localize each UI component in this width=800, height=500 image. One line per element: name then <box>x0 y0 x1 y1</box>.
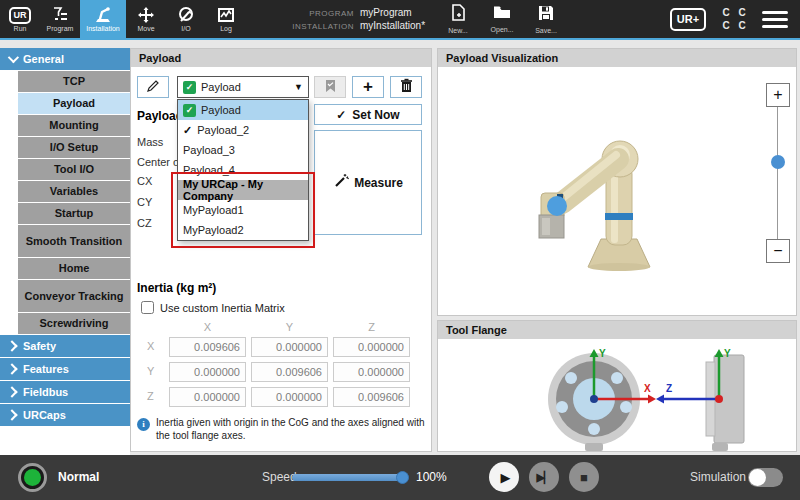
speed-slider-handle[interactable] <box>396 471 409 484</box>
zoom-slider-handle[interactable] <box>771 155 785 169</box>
matrix-row-header-y: Y <box>147 365 161 377</box>
payload-select-dropdown[interactable]: ✓ Payload ▼ <box>177 76 309 98</box>
initial-letter: C <box>720 20 732 32</box>
sidebar-item-payload[interactable]: Payload <box>18 93 130 114</box>
stop-button[interactable]: ■ <box>569 462 599 492</box>
play-button[interactable]: ▶ <box>489 462 519 492</box>
sidebar-item-variables[interactable]: Variables <box>18 181 130 202</box>
section-general-label: General <box>23 53 64 65</box>
matrix-row-header-z: Z <box>147 390 161 402</box>
measure-label: Measure <box>354 176 403 190</box>
sidebar-item-smooth-transition[interactable]: Smooth Transition <box>18 225 130 257</box>
delete-payload-button[interactable] <box>390 76 422 98</box>
pencil-icon <box>146 79 160 96</box>
zoom-in-button[interactable]: + <box>766 83 790 107</box>
tool-flange-title: Tool Flange <box>446 324 507 336</box>
sidebar-section-features[interactable]: Features <box>0 358 130 380</box>
sidebar-item-startup[interactable]: Startup <box>18 203 130 224</box>
set-now-button[interactable]: ✓ Set Now <box>314 104 422 125</box>
option-label: Payload <box>201 104 241 116</box>
dropdown-option-payload-3[interactable]: Payload_3 <box>178 140 308 160</box>
sidebar-item-conveyor-tracking[interactable]: Conveyor Tracking <box>18 280 130 312</box>
installation-label: INSTALLATION <box>276 22 354 31</box>
inertia-cell-yy[interactable]: 0.009606 <box>251 362 328 382</box>
new-button-label: New... <box>448 27 467 34</box>
option-label: Payload_4 <box>183 164 235 176</box>
new-button[interactable]: New... <box>439 4 477 34</box>
side-z-axis-label: Z <box>666 383 672 394</box>
option-label: Payload_3 <box>183 144 235 156</box>
option-label: Payload_2 <box>197 124 249 136</box>
new-file-icon <box>451 4 466 25</box>
inertia-cell-zz[interactable]: 0.009606 <box>333 387 410 407</box>
sidebar-item-tool-io[interactable]: Tool I/O <box>18 159 130 180</box>
tab-move[interactable]: Move <box>126 0 166 38</box>
toggle-knob <box>749 469 766 486</box>
tab-installation[interactable]: Installation <box>80 0 126 38</box>
dropdown-option-mypayload1[interactable]: MyPayload1 <box>178 200 308 220</box>
step-button[interactable]: ▶▏ <box>529 462 559 492</box>
zoom-out-button[interactable]: − <box>766 239 790 263</box>
add-payload-button[interactable]: + <box>352 76 384 98</box>
status-green-dot <box>24 469 41 486</box>
inertia-cell-xz[interactable]: 0.000000 <box>333 337 410 357</box>
tab-program-label: Program <box>47 25 74 32</box>
sidebar-item-home[interactable]: Home <box>18 258 130 279</box>
robot-status-indicator[interactable] <box>18 463 47 492</box>
payload-panel: Payload ✓ Payload ▼ + Payload Mass Cente… <box>130 48 432 452</box>
payload-combo-value: Payload <box>201 81 289 93</box>
tab-log[interactable]: Log <box>206 0 246 38</box>
simulation-label: Simulation <box>690 470 746 484</box>
simulation-toggle[interactable] <box>748 468 783 487</box>
check-icon: ✓ <box>336 108 346 122</box>
speed-slider-track[interactable] <box>292 474 404 481</box>
tab-io[interactable]: I/O <box>166 0 206 38</box>
sidebar-section-urcaps[interactable]: URCaps <box>0 404 130 426</box>
zoom-slider-track[interactable] <box>777 107 778 239</box>
dropdown-option-mypayload2[interactable]: MyPayload2 <box>178 220 308 240</box>
sidebar-section-safety[interactable]: Safety <box>0 335 130 357</box>
inertia-cell-yz[interactable]: 0.000000 <box>333 362 410 382</box>
tab-log-label: Log <box>220 25 232 32</box>
urplus-logo[interactable]: UR+ <box>670 8 706 31</box>
dropdown-option-payload[interactable]: ✓ Payload <box>178 100 308 120</box>
open-button[interactable]: Open... <box>483 5 521 33</box>
tab-run[interactable]: UR Run <box>0 0 40 38</box>
inertia-cell-zx[interactable]: 0.000000 <box>169 387 246 407</box>
inertia-cell-xx[interactable]: 0.009606 <box>169 337 246 357</box>
sidebar-item-screwdriving[interactable]: Screwdriving <box>18 313 130 334</box>
matrix-col-header-x: X <box>169 321 246 333</box>
rename-payload-button[interactable] <box>137 76 169 98</box>
open-button-label: Open... <box>491 26 514 33</box>
matrix-row-header-x: X <box>147 340 161 352</box>
installation-name: myInstallation* <box>360 20 425 31</box>
inertia-note: i Inertia given with origin in the CoG a… <box>137 417 429 442</box>
inertia-cell-yx[interactable]: 0.000000 <box>169 362 246 382</box>
tool-flange-diagram: Y X Y Z <box>438 339 796 451</box>
installation-robot-icon <box>93 6 113 24</box>
sidebar-section-fieldbus[interactable]: Fieldbus <box>0 381 130 403</box>
robot-arm-visualization[interactable] <box>438 67 796 316</box>
use-custom-inertia-checkbox[interactable] <box>141 301 154 314</box>
tab-program[interactable]: Program <box>40 0 80 38</box>
bookmark-payload-button[interactable] <box>314 76 346 98</box>
measure-button[interactable]: Measure <box>314 130 422 235</box>
tab-io-label: I/O <box>181 25 190 32</box>
sidebar-item-mounting[interactable]: Mounting <box>18 115 130 136</box>
front-x-axis-label: X <box>644 383 651 394</box>
inertia-cell-xy[interactable]: 0.000000 <box>251 337 328 357</box>
sidebar-item-tcp[interactable]: TCP <box>18 71 130 92</box>
inertia-cell-zy[interactable]: 0.000000 <box>251 387 328 407</box>
set-now-label: Set Now <box>352 108 399 122</box>
save-button[interactable]: Save... <box>527 5 565 34</box>
sidebar-item-io-setup[interactable]: I/O Setup <box>18 137 130 158</box>
dropdown-option-payload-4[interactable]: Payload_4 <box>178 160 308 180</box>
program-icon <box>50 6 70 24</box>
account-initials[interactable]: C C C C <box>720 7 748 32</box>
payload-panel-title: Payload <box>139 52 181 64</box>
main-tabs: UR Run Program Installation Move <box>0 0 246 38</box>
sidebar-section-general[interactable]: General <box>0 48 130 70</box>
ur-logo-icon: UR <box>9 7 31 24</box>
dropdown-option-payload-2[interactable]: ✓ Payload_2 <box>178 120 308 140</box>
hamburger-menu-icon[interactable] <box>762 11 788 28</box>
